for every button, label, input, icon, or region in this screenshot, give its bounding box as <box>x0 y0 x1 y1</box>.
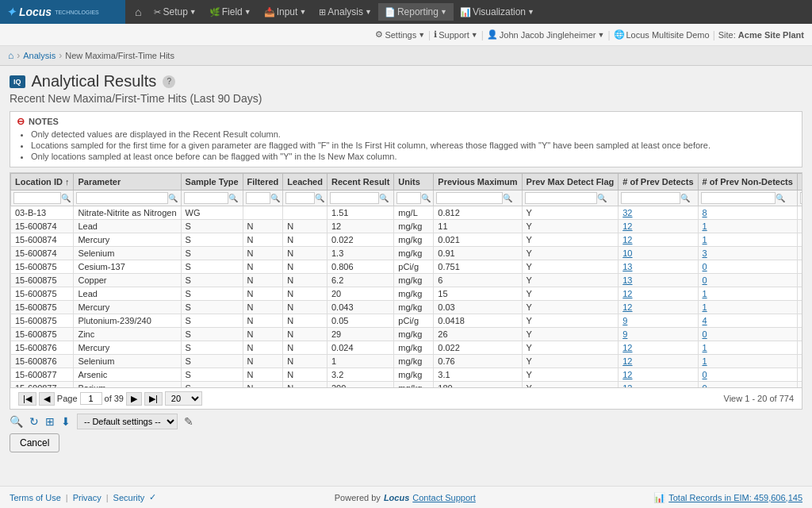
table-row: 15-600876MercurySNN0.024mg/kg0.022Y121YN <box>11 341 802 355</box>
page-controls: |◀ ◀ Page of 39 ▶ ▶| 20 50 100 <box>18 391 202 406</box>
terms-link[interactable]: Terms of Use <box>10 493 61 502</box>
notes-collapse-icon: ⊖ <box>17 116 25 127</box>
nav-home[interactable]: ⌂ <box>128 2 147 21</box>
nav-input[interactable]: 📥 Input ▼ <box>258 3 313 21</box>
notes-header[interactable]: ⊖ NOTES <box>17 116 795 127</box>
filter-filtered[interactable] <box>246 192 271 204</box>
multisite-nav-item[interactable]: 🌐 Locus Multisite Demo <box>614 29 710 40</box>
settings-select[interactable]: -- Default settings -- <box>77 414 178 429</box>
breadcrumb-current: New Maxima/First-Time Hits <box>65 51 174 60</box>
breadcrumb-analysis[interactable]: Analysis <box>23 51 56 60</box>
breadcrumb-home-icon[interactable]: ⌂ <box>8 50 13 61</box>
contact-support-link[interactable]: Contact Support <box>412 493 476 502</box>
table-row: 15-600875Cesium-137SNN0.806pCi/g0.751Y13… <box>11 260 802 274</box>
filter-row: 🔍 🔍 🔍 🔍 🔍 🔍 🔍 🔍 🔍 🔍 🔍 🔍 <box>11 190 802 206</box>
table-row: 15-600875MercurySNN0.043mg/kg0.03Y121YN <box>11 301 802 314</box>
filter-prevmax[interactable] <box>436 192 502 204</box>
col-header-recent[interactable]: Recent Result <box>327 174 393 190</box>
col-header-parameter[interactable]: Parameter <box>74 174 181 190</box>
site-name-label: Site: Acme Site Plant <box>718 30 804 40</box>
help-icon[interactable]: ? <box>163 75 175 88</box>
logo-name: ✦ Locus <box>6 6 52 18</box>
table-row: 15-600875Plutonium-239/240SNN0.05pCi/g0.… <box>11 314 802 328</box>
nav-visualization[interactable]: 📊 Visualization ▼ <box>454 3 541 21</box>
col-header-prevmax[interactable]: Previous Maximum <box>434 174 522 190</box>
data-table: Location ID ↑ Parameter Sample Type Filt… <box>10 173 802 387</box>
globe-icon: 🌐 <box>614 29 625 40</box>
nav-analysis[interactable]: ⊞ Analysis ▼ <box>312 3 378 21</box>
logo-sub: TECHNOLOGIES <box>55 10 99 16</box>
filter-leached[interactable] <box>285 192 315 204</box>
settings-nav-item[interactable]: ⚙ Settings ▼ <box>375 29 425 40</box>
table-row: 03-B-13Nitrate-Nitrite as NitrogenWG1.51… <box>11 206 802 220</box>
col-header-nnondet[interactable]: # of Prev Non-Detects <box>698 174 797 190</box>
filter-location[interactable] <box>13 192 61 204</box>
footer-links: Terms of Use | Privacy | Security ✓ <box>10 492 156 502</box>
gear-icon: ⚙ <box>375 29 383 40</box>
support-nav-item[interactable]: ℹ Support ▼ <box>434 29 477 40</box>
col-header-isnewmax[interactable]: Is New Max <box>797 174 802 190</box>
nav-setup[interactable]: ✂ Setup ▼ <box>147 3 202 21</box>
export-icon[interactable]: ⬇ <box>61 415 71 428</box>
page-title-section: IQ Analytical Results ? <box>10 72 802 90</box>
user-nav-item[interactable]: 👤 John Jacob Jingleheimer ▼ <box>487 29 605 40</box>
table-row: 15-600875LeadSNN20mg/kg15Y121YN <box>11 287 802 301</box>
footer-right: 📊 Total Records in EIM: 459,606,145 <box>653 492 802 503</box>
filter-nprevdet[interactable] <box>621 192 680 204</box>
page-prev-btn[interactable]: ◀ <box>39 392 55 406</box>
col-header-nprevdet[interactable]: # of Prev Detects <box>619 174 698 190</box>
breadcrumb: ⌂ › Analysis › New Maxima/First-Time Hit… <box>0 46 812 66</box>
info-icon: ℹ <box>434 29 437 40</box>
page-first-btn[interactable]: |◀ <box>18 392 36 406</box>
total-records-link[interactable]: Total Records in EIM: 459,606,145 <box>668 493 802 502</box>
page-title: Analytical Results <box>32 72 157 90</box>
cancel-button[interactable]: Cancel <box>10 433 59 452</box>
table-row: 15-600874SeleniumSNN1.3mg/kg0.91Y103YN <box>11 247 802 260</box>
privacy-link[interactable]: Privacy <box>73 493 102 502</box>
page-input[interactable] <box>80 392 102 405</box>
filter-recent[interactable] <box>330 192 379 204</box>
footer: Terms of Use | Privacy | Security ✓ Powe… <box>0 486 812 508</box>
filter-prevdet[interactable] <box>525 192 598 204</box>
of-label: of <box>105 394 112 403</box>
view-count: View 1 - 20 of 774 <box>724 394 794 403</box>
page-next-btn[interactable]: ▶ <box>126 392 142 406</box>
edit-icon[interactable]: ✎ <box>184 415 193 428</box>
col-header-units[interactable]: Units <box>394 174 434 190</box>
table-row: 15-600874MercurySNN0.022mg/kg0.021Y121YN <box>11 233 802 247</box>
footer-center: Powered by Locus Contact Support <box>335 493 476 502</box>
pagination-bar: |◀ ◀ Page of 39 ▶ ▶| 20 50 100 View 1 - … <box>10 387 802 409</box>
col-header-stype[interactable]: Sample Type <box>181 174 243 190</box>
col-header-location[interactable]: Location ID ↑ <box>11 174 74 190</box>
grid-icon[interactable]: ⊞ <box>45 415 55 428</box>
table-container: Location ID ↑ Parameter Sample Type Filt… <box>10 172 802 410</box>
filter-parameter[interactable] <box>76 192 167 204</box>
nav-field[interactable]: 🌿 Field ▼ <box>203 3 258 21</box>
table-row: 15-600874LeadSNN12mg/kg11Y121YN <box>11 220 802 233</box>
col-header-prevdet[interactable]: Prev Max Detect Flag <box>522 174 619 190</box>
security-link[interactable]: Security <box>113 493 145 502</box>
table-row: 15-600876SeleniumSNN1mg/kg0.76Y121YN <box>11 355 802 368</box>
page-subtitle: Recent New Maxima/First-Time Hits (Last … <box>10 92 802 105</box>
records-count-icon: 📊 <box>653 492 665 503</box>
page-label: Page <box>57 394 78 403</box>
filter-isnewmax[interactable] <box>800 192 802 204</box>
filter-units[interactable] <box>396 192 421 204</box>
user-icon: 👤 <box>487 29 498 40</box>
table-row: 15-600875ZincSNN29mg/kg26Y90YN <box>11 328 802 341</box>
toolbar-bar: 🔍 ↻ ⊞ ⬇ -- Default settings -- ✎ <box>10 410 802 433</box>
nav-reporting[interactable]: 📄 Reporting ▼ <box>378 3 454 21</box>
filter-stype[interactable] <box>184 192 229 204</box>
security-check-icon: ✓ <box>149 492 156 502</box>
table-header-row: Location ID ↑ Parameter Sample Type Filt… <box>11 174 802 190</box>
logo-section: ✦ Locus TECHNOLOGIES <box>0 0 125 24</box>
table-row: 15-600875CopperSNN6.2mg/kg6Y130YN <box>11 274 802 287</box>
sub-nav: ⚙ Settings ▼ | ℹ Support ▼ | 👤 John Jaco… <box>0 24 812 46</box>
page-last-btn[interactable]: ▶| <box>144 392 163 406</box>
col-header-leached[interactable]: Leached <box>283 174 327 190</box>
refresh-icon[interactable]: ↻ <box>29 415 39 428</box>
col-header-filtered[interactable]: Filtered <box>243 174 283 190</box>
zoom-icon[interactable]: 🔍 <box>10 415 23 428</box>
page-size-select[interactable]: 20 50 100 <box>165 391 202 406</box>
filter-nnondet[interactable] <box>701 192 776 204</box>
